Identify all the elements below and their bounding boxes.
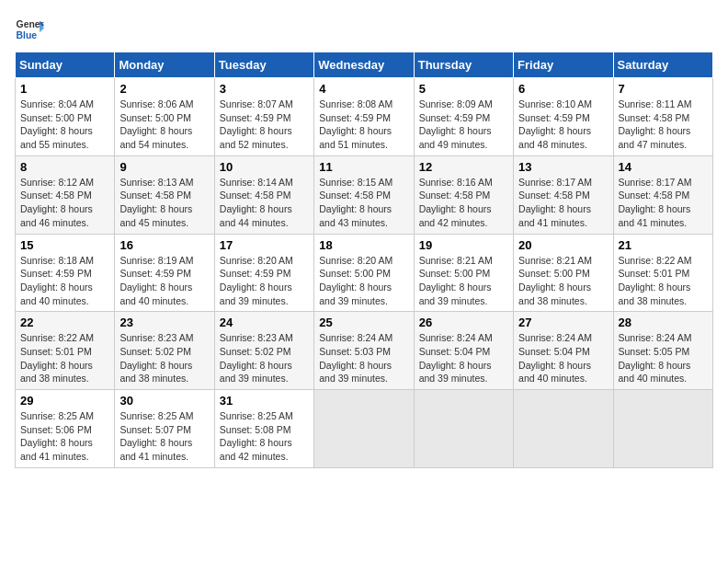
- day-info: Sunrise: 8:23 AM Sunset: 5:02 PM Dayligh…: [220, 331, 309, 385]
- day-info: Sunrise: 8:06 AM Sunset: 5:00 PM Dayligh…: [119, 98, 209, 152]
- day-number: 28: [619, 316, 708, 329]
- day-info: Sunrise: 8:10 AM Sunset: 4:59 PM Dayligh…: [518, 98, 608, 152]
- day-cell: 29Sunrise: 8:25 AM Sunset: 5:06 PM Dayli…: [16, 390, 115, 468]
- day-cell: 6Sunrise: 8:10 AM Sunset: 4:59 PM Daylig…: [514, 78, 613, 156]
- day-number: 15: [20, 238, 109, 252]
- day-number: 7: [619, 82, 708, 96]
- day-number: 24: [220, 316, 309, 329]
- day-info: Sunrise: 8:22 AM Sunset: 5:01 PM Dayligh…: [20, 331, 109, 385]
- day-cell: 1Sunrise: 8:04 AM Sunset: 5:00 PM Daylig…: [16, 78, 115, 156]
- logo: General Blue: [15, 15, 44, 44]
- day-info: Sunrise: 8:25 AM Sunset: 5:08 PM Dayligh…: [220, 409, 309, 464]
- day-cell: 22Sunrise: 8:22 AM Sunset: 5:01 PM Dayli…: [16, 312, 115, 390]
- day-cell: 28Sunrise: 8:24 AM Sunset: 5:05 PM Dayli…: [613, 312, 712, 390]
- day-cell: 30Sunrise: 8:25 AM Sunset: 5:07 PM Dayli…: [115, 390, 214, 468]
- week-row-3: 15Sunrise: 8:18 AM Sunset: 4:59 PM Dayli…: [16, 234, 713, 312]
- day-cell: 16Sunrise: 8:19 AM Sunset: 4:59 PM Dayli…: [115, 234, 214, 312]
- day-number: 30: [119, 394, 209, 408]
- day-info: Sunrise: 8:20 AM Sunset: 4:59 PM Dayligh…: [220, 254, 309, 308]
- day-number: 10: [220, 160, 309, 174]
- day-info: Sunrise: 8:24 AM Sunset: 5:05 PM Dayligh…: [619, 331, 708, 385]
- day-number: 29: [20, 394, 109, 408]
- day-info: Sunrise: 8:09 AM Sunset: 4:59 PM Dayligh…: [419, 98, 508, 152]
- day-number: 19: [419, 238, 508, 252]
- day-info: Sunrise: 8:15 AM Sunset: 4:58 PM Dayligh…: [319, 176, 408, 230]
- day-cell: 26Sunrise: 8:24 AM Sunset: 5:04 PM Dayli…: [414, 312, 513, 390]
- day-info: Sunrise: 8:17 AM Sunset: 4:58 PM Dayligh…: [518, 176, 608, 230]
- day-number: 8: [20, 160, 109, 174]
- day-cell: [414, 390, 513, 468]
- day-info: Sunrise: 8:08 AM Sunset: 4:59 PM Dayligh…: [319, 98, 408, 152]
- col-header-sunday: Sunday: [16, 52, 115, 78]
- col-header-friday: Friday: [514, 52, 613, 78]
- day-number: 12: [419, 160, 508, 174]
- day-number: 11: [319, 160, 408, 174]
- day-cell: 11Sunrise: 8:15 AM Sunset: 4:58 PM Dayli…: [314, 155, 414, 234]
- day-cell: 3Sunrise: 8:07 AM Sunset: 4:59 PM Daylig…: [214, 78, 313, 156]
- day-number: 26: [419, 316, 508, 329]
- day-number: 1: [20, 82, 109, 96]
- day-cell: 7Sunrise: 8:11 AM Sunset: 4:58 PM Daylig…: [613, 78, 712, 156]
- day-cell: [613, 390, 712, 468]
- col-header-monday: Monday: [115, 52, 214, 78]
- day-number: 31: [220, 394, 309, 408]
- day-number: 20: [518, 238, 608, 252]
- day-cell: 24Sunrise: 8:23 AM Sunset: 5:02 PM Dayli…: [214, 312, 313, 390]
- day-cell: 10Sunrise: 8:14 AM Sunset: 4:58 PM Dayli…: [214, 155, 313, 234]
- day-cell: [514, 390, 613, 468]
- day-number: 16: [119, 238, 209, 252]
- logo-icon: General Blue: [15, 15, 44, 44]
- day-info: Sunrise: 8:23 AM Sunset: 5:02 PM Dayligh…: [119, 331, 209, 385]
- calendar-header-row: SundayMondayTuesdayWednesdayThursdayFrid…: [16, 52, 713, 78]
- day-number: 14: [619, 160, 708, 174]
- day-cell: 18Sunrise: 8:20 AM Sunset: 5:00 PM Dayli…: [314, 234, 414, 312]
- col-header-tuesday: Tuesday: [214, 52, 313, 78]
- day-info: Sunrise: 8:13 AM Sunset: 4:58 PM Dayligh…: [119, 176, 209, 230]
- day-number: 27: [518, 316, 608, 329]
- day-cell: 21Sunrise: 8:22 AM Sunset: 5:01 PM Dayli…: [613, 234, 712, 312]
- day-info: Sunrise: 8:17 AM Sunset: 4:58 PM Dayligh…: [619, 176, 708, 230]
- day-number: 22: [20, 316, 109, 329]
- week-row-5: 29Sunrise: 8:25 AM Sunset: 5:06 PM Dayli…: [16, 390, 713, 468]
- day-cell: 13Sunrise: 8:17 AM Sunset: 4:58 PM Dayli…: [514, 155, 613, 234]
- day-info: Sunrise: 8:20 AM Sunset: 5:00 PM Dayligh…: [319, 254, 408, 308]
- day-cell: 17Sunrise: 8:20 AM Sunset: 4:59 PM Dayli…: [214, 234, 313, 312]
- day-cell: 31Sunrise: 8:25 AM Sunset: 5:08 PM Dayli…: [214, 390, 313, 468]
- day-cell: 27Sunrise: 8:24 AM Sunset: 5:04 PM Dayli…: [514, 312, 613, 390]
- day-cell: 5Sunrise: 8:09 AM Sunset: 4:59 PM Daylig…: [414, 78, 513, 156]
- day-info: Sunrise: 8:24 AM Sunset: 5:03 PM Dayligh…: [319, 331, 408, 385]
- day-info: Sunrise: 8:25 AM Sunset: 5:06 PM Dayligh…: [20, 409, 109, 464]
- day-number: 18: [319, 238, 408, 252]
- col-header-saturday: Saturday: [613, 52, 712, 78]
- day-info: Sunrise: 8:14 AM Sunset: 4:58 PM Dayligh…: [220, 176, 309, 230]
- week-row-1: 1Sunrise: 8:04 AM Sunset: 5:00 PM Daylig…: [16, 78, 713, 156]
- day-number: 6: [518, 82, 608, 96]
- day-cell: 9Sunrise: 8:13 AM Sunset: 4:58 PM Daylig…: [115, 155, 214, 234]
- day-number: 13: [518, 160, 608, 174]
- day-number: 21: [619, 238, 708, 252]
- day-info: Sunrise: 8:19 AM Sunset: 4:59 PM Dayligh…: [119, 254, 209, 308]
- day-cell: 15Sunrise: 8:18 AM Sunset: 4:59 PM Dayli…: [16, 234, 115, 312]
- day-number: 17: [220, 238, 309, 252]
- header: General Blue: [15, 15, 713, 44]
- day-cell: 23Sunrise: 8:23 AM Sunset: 5:02 PM Dayli…: [115, 312, 214, 390]
- day-info: Sunrise: 8:12 AM Sunset: 4:58 PM Dayligh…: [20, 176, 109, 230]
- day-cell: 2Sunrise: 8:06 AM Sunset: 5:00 PM Daylig…: [115, 78, 214, 156]
- day-cell: 20Sunrise: 8:21 AM Sunset: 5:00 PM Dayli…: [514, 234, 613, 312]
- day-number: 4: [319, 82, 408, 96]
- calendar-body: 1Sunrise: 8:04 AM Sunset: 5:00 PM Daylig…: [16, 78, 713, 468]
- day-cell: 4Sunrise: 8:08 AM Sunset: 4:59 PM Daylig…: [314, 78, 414, 156]
- day-info: Sunrise: 8:21 AM Sunset: 5:00 PM Dayligh…: [419, 254, 508, 308]
- week-row-4: 22Sunrise: 8:22 AM Sunset: 5:01 PM Dayli…: [16, 312, 713, 390]
- day-cell: [314, 390, 414, 468]
- week-row-2: 8Sunrise: 8:12 AM Sunset: 4:58 PM Daylig…: [16, 155, 713, 234]
- calendar-table: SundayMondayTuesdayWednesdayThursdayFrid…: [15, 52, 713, 468]
- svg-text:Blue: Blue: [17, 30, 38, 40]
- col-header-wednesday: Wednesday: [314, 52, 414, 78]
- day-cell: 19Sunrise: 8:21 AM Sunset: 5:00 PM Dayli…: [414, 234, 513, 312]
- day-info: Sunrise: 8:16 AM Sunset: 4:58 PM Dayligh…: [419, 176, 508, 230]
- day-number: 9: [119, 160, 209, 174]
- day-cell: 14Sunrise: 8:17 AM Sunset: 4:58 PM Dayli…: [613, 155, 712, 234]
- day-cell: 25Sunrise: 8:24 AM Sunset: 5:03 PM Dayli…: [314, 312, 414, 390]
- col-header-thursday: Thursday: [414, 52, 513, 78]
